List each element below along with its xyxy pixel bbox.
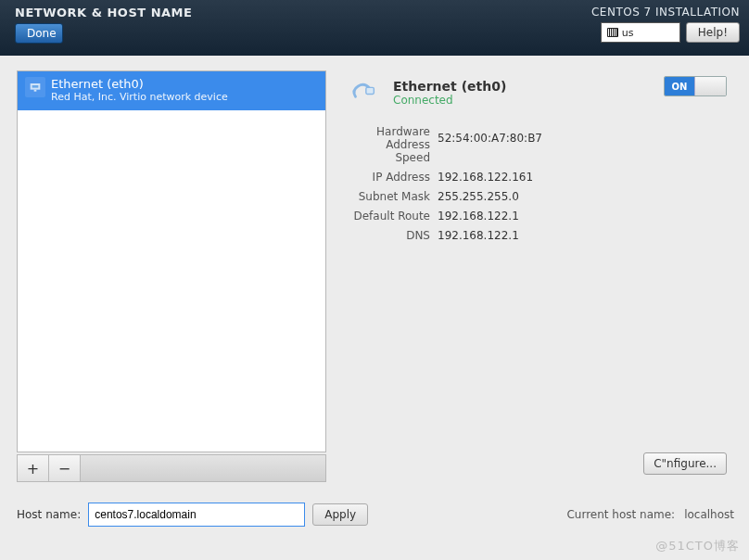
network-item-title: Ethernet (eth0) xyxy=(51,77,228,91)
topbar-right-row: us Help! xyxy=(601,22,740,43)
network-item-vendor: Red Hat, Inc. Virtio network device xyxy=(51,91,228,103)
top-bar-right: CENTOS 7 INSTALLATION us Help! xyxy=(591,6,740,50)
top-bar: NETWORK & HOST NAME Done CENTOS 7 INSTAL… xyxy=(0,0,749,56)
content-area: Ethernet (eth0) Red Hat, Inc. Virtio net… xyxy=(0,56,749,560)
current-hostname-value: localhost xyxy=(684,508,734,521)
apply-button[interactable]: Apply xyxy=(312,503,368,526)
details-title-block: Ethernet (eth0) Connected xyxy=(393,79,506,107)
help-button[interactable]: Help! xyxy=(686,22,740,43)
current-hostname-block: Current host name: localhost xyxy=(566,508,734,521)
value-dns: 192.168.122.1 xyxy=(438,229,519,242)
keyboard-icon xyxy=(607,28,618,37)
connection-details: Ethernet (eth0) Connected ON Hardware Ad… xyxy=(345,74,727,245)
hostname-input[interactable] xyxy=(88,503,305,527)
details-header: Ethernet (eth0) Connected ON xyxy=(345,74,727,111)
configure-button[interactable]: C"nfigure... xyxy=(643,452,727,475)
label-route: Default Route xyxy=(345,210,430,223)
value-route: 192.168.122.1 xyxy=(438,210,519,223)
page-title: NETWORK & HOST NAME xyxy=(15,6,192,19)
toggle-handle xyxy=(694,77,726,95)
keyboard-layout: us xyxy=(622,27,634,39)
value-ip: 192.168.122.161 xyxy=(438,171,533,184)
remove-network-button[interactable]: − xyxy=(49,455,81,481)
done-button[interactable]: Done xyxy=(15,23,63,44)
value-hw-addr: 52:54:00:A7:80:B7 xyxy=(438,132,542,145)
label-hw-addr: Hardware Address xyxy=(345,125,430,151)
label-dns: DNS xyxy=(345,229,430,242)
ethernet-icon xyxy=(25,77,45,97)
label-mask: Subnet Mask xyxy=(345,190,430,203)
svg-rect-1 xyxy=(366,87,374,94)
hostname-label: Host name: xyxy=(17,508,81,521)
details-title: Ethernet (eth0) xyxy=(393,79,506,94)
network-list-toolbar: + − xyxy=(17,454,326,482)
details-status: Connected xyxy=(393,94,506,107)
current-hostname-label: Current host name: xyxy=(566,508,675,521)
value-mask: 255.255.255.0 xyxy=(438,190,519,203)
row-route: Default Route 192.168.122.1 xyxy=(345,206,727,225)
row-speed: Speed xyxy=(345,147,727,167)
network-list-item[interactable]: Ethernet (eth0) Red Hat, Inc. Virtio net… xyxy=(18,71,325,110)
network-list-item-text: Ethernet (eth0) Red Hat, Inc. Virtio net… xyxy=(51,77,228,103)
row-hardware-address: Hardware Address 52:54:00:A7:80:B7 xyxy=(345,128,727,147)
connection-toggle[interactable]: ON xyxy=(664,76,727,96)
ethernet-large-icon xyxy=(345,74,382,111)
add-network-button[interactable]: + xyxy=(18,455,49,481)
row-dns: DNS 192.168.122.1 xyxy=(345,225,727,245)
install-title: CENTOS 7 INSTALLATION xyxy=(591,6,740,19)
keyboard-indicator[interactable]: us xyxy=(601,22,680,43)
label-ip: IP Address xyxy=(345,171,430,184)
row-ip: IP Address 192.168.122.161 xyxy=(345,167,727,186)
toggle-on-label: ON xyxy=(665,77,694,95)
label-speed: Speed xyxy=(345,151,430,164)
hostname-row: Host name: Apply Current host name: loca… xyxy=(17,503,734,527)
watermark: @51CTO博客 xyxy=(655,538,740,554)
svg-rect-0 xyxy=(34,90,37,92)
top-bar-left: NETWORK & HOST NAME Done xyxy=(15,6,192,50)
row-mask: Subnet Mask 255.255.255.0 xyxy=(345,186,727,206)
network-list[interactable]: Ethernet (eth0) Red Hat, Inc. Virtio net… xyxy=(17,70,326,452)
details-grid: Hardware Address 52:54:00:A7:80:B7 Speed… xyxy=(345,128,727,245)
